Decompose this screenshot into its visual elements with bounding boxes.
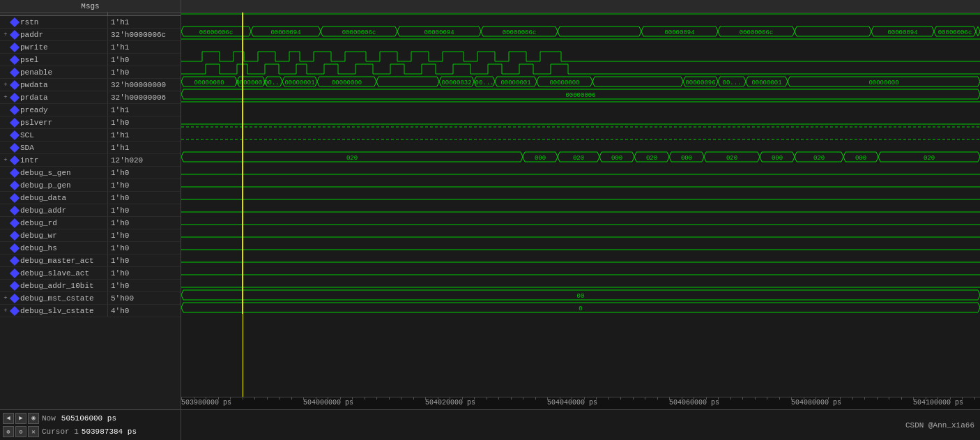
signal-type-icon — [10, 54, 20, 64]
signal-expand-icon[interactable]: + — [1, 156, 10, 165]
signal-value-text: 1'h0 — [108, 232, 181, 240]
signal-row[interactable]: +intr12'h020 — [0, 154, 181, 167]
signal-value-text: 32'h00000006 — [108, 93, 181, 102]
signal-row[interactable]: pready1'h1 — [0, 104, 181, 116]
svg-text:00000001: 00000001 — [236, 79, 266, 86]
signal-expand-icon — [1, 131, 10, 139]
timeline-label: 504020000 ps — [425, 399, 475, 407]
signal-expand-icon[interactable]: + — [1, 31, 10, 39]
signal-row[interactable]: debug_addr1'h0 — [0, 204, 181, 217]
signal-name-cell: debug_p_gen — [0, 179, 108, 191]
signal-name-text: debug_slave_act — [20, 269, 89, 278]
col-name-header — [0, 13, 108, 15]
now-label: Now — [42, 414, 56, 423]
svg-text:020: 020 — [646, 155, 657, 162]
signal-row[interactable]: SCL1'h1 — [0, 129, 181, 142]
signal-expand-icon[interactable]: + — [1, 307, 10, 315]
signal-name-text: penable — [20, 68, 52, 77]
icon-btn-2[interactable]: ▶ — [15, 413, 26, 424]
signal-name-cell: debug_hs — [0, 242, 108, 254]
signal-type-icon — [10, 293, 20, 303]
signal-row[interactable]: debug_addr_10bit1'h0 — [0, 280, 181, 292]
waveform-scroll[interactable]: 00000006c0000009400000006c00000094000000… — [181, 13, 980, 397]
signal-row[interactable]: debug_slave_act1'h0 — [0, 267, 181, 280]
signal-value-text: 1'h0 — [108, 244, 181, 252]
signal-value-text: 1'h1 — [108, 144, 181, 152]
signal-name-cell: psel — [0, 54, 108, 66]
cursor-icons: ⊕ ⊖ ✕ — [3, 426, 39, 437]
svg-text:00000001: 00000001 — [500, 79, 530, 86]
msgs-label: Msgs — [81, 2, 99, 10]
signal-row[interactable]: pwrite1'h1 — [0, 41, 181, 54]
signal-row[interactable]: pslverr1'h0 — [0, 116, 181, 129]
signal-row[interactable]: debug_s_gen1'h0 — [0, 167, 181, 179]
signal-row[interactable]: +paddr32'h0000006c — [0, 29, 181, 41]
signal-name-text: pwdata — [20, 81, 48, 89]
cursor-row: ⊕ ⊖ ✕ Cursor 1 503987384 ps — [3, 426, 178, 437]
signal-row[interactable]: psel1'h0 — [0, 54, 181, 66]
signal-expand-icon[interactable]: + — [1, 93, 10, 102]
signal-name-text: debug_master_act — [20, 257, 94, 265]
signal-expand-icon[interactable]: + — [1, 81, 10, 89]
signal-expand-icon — [1, 282, 10, 290]
toolbar-icons: ◀ ▶ ◉ — [3, 413, 39, 424]
waveform-msgs-header — [181, 0, 980, 13]
signal-name-cell: debug_s_gen — [0, 167, 108, 179]
svg-text:00000000: 00000000 — [868, 79, 898, 86]
icon-btn-1[interactable]: ◀ — [3, 413, 14, 424]
signal-row[interactable]: +debug_mst_cstate5'h00 — [0, 292, 181, 305]
signal-type-icon — [10, 305, 20, 315]
svg-text:020: 020 — [726, 155, 737, 162]
signal-row[interactable]: +prdata32'h00000006 — [0, 91, 181, 104]
signal-row[interactable]: debug_hs1'h0 — [0, 242, 181, 255]
signal-expand-icon — [1, 257, 10, 265]
col-value-header — [108, 13, 181, 15]
svg-text:020: 020 — [346, 155, 358, 162]
signal-expand-icon — [1, 144, 10, 152]
signal-row[interactable]: penable1'h0 — [0, 66, 181, 79]
signal-type-icon — [10, 180, 20, 190]
waveform-content: 00000006c0000009400000006c00000094000000… — [181, 0, 980, 409]
timeline-label: 504060000 ps — [669, 399, 719, 407]
svg-marker-53 — [795, 26, 871, 36]
signal-expand-icon — [1, 194, 10, 202]
signal-row[interactable]: debug_data1'h0 — [0, 192, 181, 204]
icon-btn-3[interactable]: ◉ — [28, 413, 39, 424]
timeline-label: 504000000 ps — [303, 399, 353, 407]
signal-name-cell: debug_master_act — [0, 255, 108, 266]
signal-type-icon — [10, 167, 20, 177]
svg-text:00000000: 00000000 — [332, 79, 362, 86]
signal-expand-icon — [1, 269, 10, 278]
signal-name-text: debug_p_gen — [20, 181, 71, 190]
signal-row[interactable]: +debug_slv_cstate4'h0 — [0, 305, 181, 317]
icon-btn-4[interactable]: ⊕ — [3, 426, 14, 437]
svg-text:00000000: 00000000 — [549, 79, 579, 86]
signal-type-icon — [10, 280, 20, 290]
svg-text:00000006c: 00000006c — [740, 29, 774, 36]
signal-row[interactable]: debug_master_act1'h0 — [0, 255, 181, 267]
signal-expand-icon[interactable]: + — [1, 294, 10, 303]
signal-name-text: pready — [20, 106, 48, 114]
svg-text:000: 000 — [772, 155, 783, 162]
svg-text:00000001: 00000001 — [751, 79, 781, 86]
signal-expand-icon — [1, 181, 10, 190]
signal-name-cell: SCL — [0, 129, 108, 141]
signal-row[interactable]: rstn1'h1 — [0, 16, 181, 29]
signal-name-cell: debug_addr_10bit — [0, 280, 108, 291]
signal-row[interactable]: debug_wr1'h0 — [0, 229, 181, 242]
waveform-svg: 00000006c0000009400000006c00000094000000… — [181, 13, 980, 314]
signal-type-icon — [10, 105, 20, 114]
signal-expand-icon — [1, 206, 10, 215]
signal-row[interactable]: debug_rd1'h0 — [0, 217, 181, 229]
icon-btn-5[interactable]: ⊖ — [15, 426, 26, 437]
signal-type-icon — [10, 268, 20, 278]
signal-row[interactable]: debug_p_gen1'h0 — [0, 179, 181, 192]
icon-btn-6[interactable]: ✕ — [28, 426, 39, 437]
svg-text:000: 000 — [681, 155, 692, 162]
signal-name-text: debug_slv_cstate — [20, 307, 94, 315]
signal-type-icon — [10, 17, 20, 26]
bottom-right: CSDN @Ann_xia66 — [181, 410, 980, 440]
signal-name-cell: +intr — [0, 154, 108, 166]
signal-row[interactable]: SDA1'h1 — [0, 142, 181, 154]
signal-row[interactable]: +pwdata32'h00000000 — [0, 79, 181, 91]
